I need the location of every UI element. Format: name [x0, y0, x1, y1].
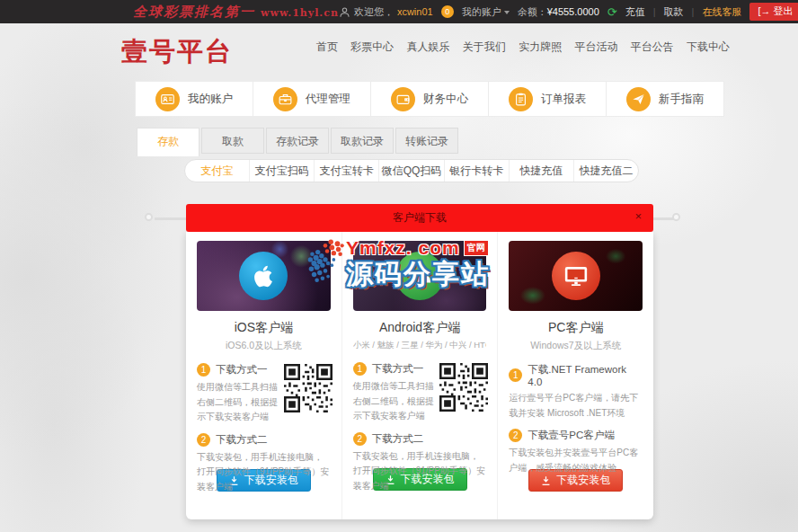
nav-item-license[interactable]: 实力牌照: [519, 40, 562, 55]
id-card-icon: [155, 87, 180, 111]
briefcase-icon: [273, 87, 297, 111]
quickmenu-item-beginner-guide[interactable]: 新手指南: [607, 81, 724, 117]
pc-step-2: 2 下载壹号PC客户端 下载安装包并安装壹号平台PC客户端，感受流畅的游戏体验: [509, 429, 643, 475]
logout-icon: [→: [758, 5, 770, 16]
step-description: 使用微信等工具扫描右侧二维码，根据提示下载安装客户端: [197, 380, 279, 425]
step-title: 下载方式二: [216, 433, 268, 447]
close-icon[interactable]: ×: [634, 210, 642, 222]
step-number-badge: 2: [353, 432, 367, 446]
tab-deposit[interactable]: 存款: [137, 128, 200, 156]
slogan-text: 全球彩票排名第一: [133, 4, 255, 20]
pc-steps: 1 下载.NET Framework 4.0 运行壹号平台PC客户端，请先下载并…: [509, 363, 643, 464]
download-icon: [541, 475, 551, 486]
step-number-badge: 2: [509, 429, 522, 442]
clipboard-icon: [509, 87, 533, 111]
payment-tab-alipay[interactable]: 支付宝: [185, 160, 249, 182]
nav-item-announcements[interactable]: 平台公告: [631, 40, 674, 55]
quickmenu-item-finance-center[interactable]: 财务中心: [371, 81, 489, 117]
step-number-badge: 1: [509, 368, 522, 382]
step-title: 下载壹号PC客户端: [528, 429, 614, 442]
topbar-user-area: 欢迎您，xcwin01 0 我的账户 余额：¥4555.0000 ⟳ 充值 | …: [339, 3, 798, 21]
tab-transfer-records[interactable]: 转账记录: [395, 128, 458, 154]
ios-card-subtitle: iOS6.0及以上系统: [197, 340, 331, 352]
balance-value: ¥4555.0000: [547, 6, 599, 17]
quickmenu-label: 代理管理: [306, 92, 350, 107]
qr-code: [284, 364, 332, 412]
step-description: 下载安装包并安装壹号平台PC客户端，感受流畅的游戏体验: [509, 446, 643, 475]
android-card-subtitle: 小米 / 魅族 / 三星 / 华为 / 中兴 / HTC: [353, 340, 487, 351]
pc-step-1: 1 下载.NET Framework 4.0 运行壹号平台PC客户端，请先下载并…: [509, 363, 643, 421]
pc-card-title: PC客户端: [509, 320, 643, 336]
nav-item-about-us[interactable]: 关于我们: [463, 40, 506, 55]
my-account-dropdown[interactable]: 我的账户: [462, 5, 510, 19]
nav-item-download-center[interactable]: 下载中心: [687, 40, 730, 55]
main-nav: 首页 彩票中心 真人娱乐 关于我们 实力牌照 平台活动 平台公告 下载中心: [316, 40, 730, 55]
connector-ring-left: [145, 213, 153, 221]
payment-tabs: 支付宝 支付宝扫码 支付宝转卡 微信QQ扫码 银行卡转卡 快捷充值 快捷充值二: [184, 159, 639, 182]
step-number-badge: 2: [197, 433, 210, 447]
step-description: 使用微信等工具扫描右侧二维码，根据提示下载安装客户端: [353, 379, 436, 424]
payment-tab-bank-card[interactable]: 银行卡转卡: [444, 160, 509, 182]
payment-tab-alipay-scan[interactable]: 支付宝扫码: [249, 160, 314, 182]
qr-code: [439, 363, 488, 412]
topbar-slogan: 全球彩票排名第一www.1hyl.cn: [133, 4, 339, 21]
android-step-2: 2 下载方式二 下载安装包，用手机连接电脑，打开同步软件（91/PP助手等）安装…: [353, 432, 487, 494]
quick-menu: 我的账户 代理管理 财务中心 订单报表 新手指南: [135, 81, 724, 117]
step-title: 下载方式一: [216, 363, 268, 377]
android-card-image: [353, 241, 487, 311]
android-icon: [395, 252, 444, 300]
step-number-badge: 1: [353, 362, 367, 376]
nav-item-activities[interactable]: 平台活动: [574, 40, 617, 55]
tab-deposit-records[interactable]: 存款记录: [266, 128, 329, 154]
pc-card-image: [509, 241, 643, 311]
nav-item-live-casino[interactable]: 真人娱乐: [407, 40, 450, 55]
ios-step-2: 2 下载方式二 下载安装包，用手机连接电脑，打开同步软件（91/PP助手等）安装…: [197, 433, 331, 495]
user-icon: [339, 6, 350, 18]
tab-withdraw[interactable]: 取款: [201, 128, 264, 154]
quickmenu-item-agent-management[interactable]: 代理管理: [253, 81, 371, 117]
step-title: 下载.NET Framework 4.0: [528, 363, 643, 387]
nav-item-home[interactable]: 首页: [316, 40, 338, 55]
payment-tab-quick-recharge[interactable]: 快捷充值: [509, 160, 573, 182]
quickmenu-item-my-account[interactable]: 我的账户: [135, 81, 253, 117]
step-title: 下载方式一: [372, 362, 424, 376]
username: xcwin01: [397, 6, 433, 17]
topbar: 全球彩票排名第一www.1hyl.cn 欢迎您，xcwin01 0 我的账户 余…: [0, 0, 798, 23]
chevron-down-icon: [504, 11, 510, 14]
online-service-link[interactable]: 在线客服: [702, 5, 741, 19]
quickmenu-item-order-reports[interactable]: 订单报表: [489, 81, 607, 117]
android-card-title: Android客户端: [353, 320, 487, 336]
connector-ring-right: [672, 213, 680, 221]
quickmenu-label: 我的账户: [188, 92, 233, 107]
wallet-icon: [391, 87, 415, 111]
message-count-badge[interactable]: 0: [441, 5, 454, 18]
ios-card-title: iOS客户端: [197, 320, 331, 336]
site-logo[interactable]: 壹号平台: [121, 34, 233, 70]
balance: 余额：¥4555.0000: [518, 5, 599, 19]
recharge-link[interactable]: 充值: [625, 5, 645, 19]
payment-tab-alipay-card[interactable]: 支付宝转卡: [314, 160, 378, 182]
step-number-badge: 1: [197, 363, 210, 377]
paper-plane-icon: [626, 87, 651, 111]
android-step-1: 1 下载方式一 使用微信等工具扫描右侧二维码，根据提示下载安装客户端: [353, 362, 487, 424]
step-description: 运行壹号平台PC客户端，请先下载并安装 Microsoft .NET环境: [509, 391, 643, 421]
step-title: 下载方式二: [372, 432, 424, 446]
step-description: 下载安装包，用手机连接电脑，打开同步软件（91/PP助手等）安装客户端: [197, 450, 331, 495]
tab-withdraw-records[interactable]: 取款记录: [331, 128, 394, 154]
welcome-label: 欢迎您，: [354, 5, 394, 19]
refresh-balance-icon[interactable]: ⟳: [607, 5, 617, 19]
apple-icon: [239, 252, 288, 300]
account-tabs: 存款 取款 存款记录 取款记录 转账记录: [137, 128, 460, 156]
logout-button[interactable]: [→ 登出: [749, 3, 798, 21]
payment-tab-wechat-qq-scan[interactable]: 微信QQ扫码: [378, 160, 443, 182]
card-ios: iOS客户端 iOS6.0及以上系统 1 下载方式一 使用微信等工具扫描右侧二维…: [186, 232, 341, 519]
download-panel: iOS客户端 iOS6.0及以上系统 1 下载方式一 使用微信等工具扫描右侧二维…: [186, 232, 653, 519]
page: 全球彩票排名第一www.1hyl.cn 欢迎您，xcwin01 0 我的账户 余…: [0, 0, 798, 532]
monitor-icon: [552, 252, 600, 300]
quickmenu-label: 财务中心: [423, 92, 468, 107]
payment-tab-quick-recharge-2[interactable]: 快捷充值二: [573, 160, 638, 182]
nav-item-lottery-center[interactable]: 彩票中心: [350, 40, 394, 55]
card-pc: PC客户端 Windows7及以上系统 1 下载.NET Framework 4…: [497, 232, 653, 519]
withdraw-link[interactable]: 取款: [664, 5, 684, 19]
user-greeting: 欢迎您，xcwin01: [339, 5, 433, 19]
